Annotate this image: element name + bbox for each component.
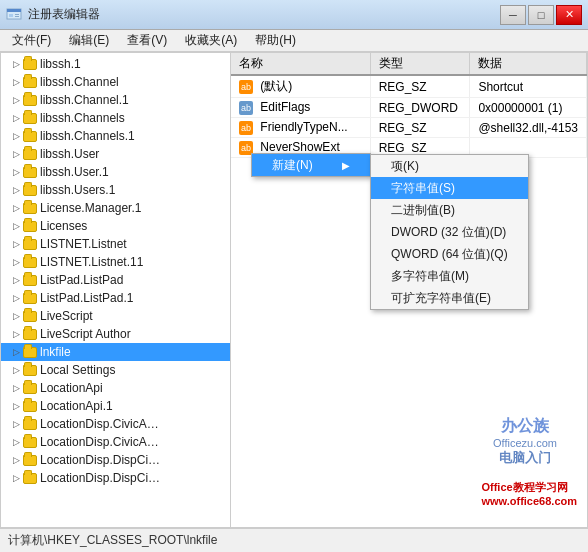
expand-arrow: ▷ xyxy=(11,113,21,123)
folder-icon xyxy=(23,365,37,376)
tree-panel[interactable]: ▷ libssh.1 ▷ libssh.Channel ▷ libssh.Cha… xyxy=(1,53,231,527)
tree-item-label: libssh.User.1 xyxy=(40,165,109,179)
tree-item-livescript[interactable]: ▷ LiveScript xyxy=(1,307,230,325)
menu-view[interactable]: 查看(V) xyxy=(119,30,175,51)
tree-item-listpad[interactable]: ▷ ListPad.ListPad xyxy=(1,271,230,289)
tree-item-label: libssh.Channels.1 xyxy=(40,129,135,143)
expand-arrow: ▷ xyxy=(11,149,21,159)
tree-item-libssh-channel1[interactable]: ▷ libssh.Channel.1 xyxy=(1,91,230,109)
tree-item-license-manager[interactable]: ▷ License.Manager.1 xyxy=(1,199,230,217)
tree-item-locationapi1[interactable]: ▷ LocationApi.1 xyxy=(1,397,230,415)
expand-arrow: ▷ xyxy=(11,59,21,69)
row-name: ab FriendlyTypeN... xyxy=(231,118,370,138)
main-content: ▷ libssh.1 ▷ libssh.Channel ▷ libssh.Cha… xyxy=(0,52,588,528)
tree-item-label: libssh.Channel.1 xyxy=(40,93,129,107)
expand-arrow: ▷ xyxy=(11,329,21,339)
col-type[interactable]: 类型 xyxy=(370,53,470,75)
table-row[interactable]: ab FriendlyTypeN... REG_SZ @shell32.dll,… xyxy=(231,118,587,138)
row-type: REG_SZ xyxy=(370,118,470,138)
menu-file[interactable]: 文件(F) xyxy=(4,30,59,51)
col-name[interactable]: 名称 xyxy=(231,53,370,75)
tree-item-label: LiveScript xyxy=(40,309,93,323)
folder-icon xyxy=(23,347,37,358)
tree-item-listpad1[interactable]: ▷ ListPad.ListPad.1 xyxy=(1,289,230,307)
tree-item-label: libssh.Users.1 xyxy=(40,183,115,197)
submenu-item-dword32[interactable]: DWORD (32 位值)(D) xyxy=(371,221,528,243)
tree-item-locationapi[interactable]: ▷ LocationApi xyxy=(1,379,230,397)
tree-item-libssh-users1[interactable]: ▷ libssh.Users.1 xyxy=(1,181,230,199)
submenu-item-binary[interactable]: 二进制值(B) xyxy=(371,199,528,221)
folder-icon xyxy=(23,473,37,484)
folder-icon xyxy=(23,311,37,322)
context-menu-new[interactable]: 新建(N) ▶ 项(K) 字符串值(S) 二进制值(B) DWORD (32 位… xyxy=(252,154,370,176)
reg-type-icon: ab xyxy=(239,121,253,135)
submenu-item-qword64[interactable]: QWORD (64 位值)(Q) xyxy=(371,243,528,265)
submenu-item-multistring[interactable]: 多字符串值(M) xyxy=(371,265,528,287)
tree-item-libssh-user1[interactable]: ▷ libssh.User.1 xyxy=(1,163,230,181)
row-data: 0x00000001 (1) xyxy=(470,98,587,118)
tree-item-label: libssh.Channel xyxy=(40,75,119,89)
watermark: 办公族 Officezu.com 电脑入门 xyxy=(493,416,557,467)
watermark-line1: 办公族 xyxy=(493,416,557,437)
folder-icon xyxy=(23,185,37,196)
tree-item-locationdisp1[interactable]: ▷ LocationDisp.CivicA… xyxy=(1,415,230,433)
tree-item-libssh-channels[interactable]: ▷ libssh.Channels xyxy=(1,109,230,127)
folder-icon xyxy=(23,113,37,124)
tree-item-locationdisp3[interactable]: ▷ LocationDisp.DispCi… xyxy=(1,451,230,469)
maximize-button[interactable]: □ xyxy=(528,5,554,25)
context-menu-new-label: 新建(N) xyxy=(272,157,313,174)
tree-item-label: LISTNET.Listnet.11 xyxy=(40,255,143,269)
tree-item-local-settings[interactable]: ▷ Local Settings xyxy=(1,361,230,379)
close-button[interactable]: ✕ xyxy=(556,5,582,25)
menu-bar: 文件(F) 编辑(E) 查看(V) 收藏夹(A) 帮助(H) xyxy=(0,30,588,52)
tree-item-listnet[interactable]: ▷ LISTNET.Listnet xyxy=(1,235,230,253)
tree-item-libssh-user[interactable]: ▷ libssh.User xyxy=(1,145,230,163)
expand-arrow: ▷ xyxy=(11,167,21,177)
watermark-line2: Officezu.com xyxy=(493,437,557,449)
folder-icon xyxy=(23,293,37,304)
tree-item-livescript-author[interactable]: ▷ LiveScript Author xyxy=(1,325,230,343)
svg-rect-3 xyxy=(15,14,19,15)
right-panel: 名称 类型 数据 ab (默认) REG_SZ Shortcut ab xyxy=(231,53,587,527)
window-title: 注册表编辑器 xyxy=(28,6,100,23)
expand-arrow: ▷ xyxy=(11,293,21,303)
menu-help[interactable]: 帮助(H) xyxy=(247,30,304,51)
row-type: REG_SZ xyxy=(370,75,470,98)
row-data: @shell32.dll,-4153 xyxy=(470,118,587,138)
tree-item-libssh1[interactable]: ▷ libssh.1 xyxy=(1,55,230,73)
title-bar: 注册表编辑器 ─ □ ✕ xyxy=(0,0,588,30)
submenu-item-expandstring[interactable]: 可扩充字符串值(E) xyxy=(371,287,528,309)
tree-item-libssh-channel[interactable]: ▷ libssh.Channel xyxy=(1,73,230,91)
folder-icon xyxy=(23,239,37,250)
table-row[interactable]: ab (默认) REG_SZ Shortcut xyxy=(231,75,587,98)
tree-item-licenses[interactable]: ▷ Licenses xyxy=(1,217,230,235)
reg-type-icon: ab xyxy=(239,101,253,115)
watermark-bottom2: www.office68.com xyxy=(481,495,577,507)
col-data[interactable]: 数据 xyxy=(470,53,587,75)
menu-favorites[interactable]: 收藏夹(A) xyxy=(177,30,245,51)
row-data: Shortcut xyxy=(470,75,587,98)
tree-item-locationdisp4[interactable]: ▷ LocationDisp.DispCi… xyxy=(1,469,230,487)
tree-item-label: License.Manager.1 xyxy=(40,201,141,215)
submenu-item-key[interactable]: 项(K) xyxy=(371,155,528,177)
tree-item-locationdisp2[interactable]: ▷ LocationDisp.CivicA… xyxy=(1,433,230,451)
minimize-button[interactable]: ─ xyxy=(500,5,526,25)
folder-icon xyxy=(23,149,37,160)
reg-type-icon: ab xyxy=(239,80,253,94)
tree-item-label: LocationDisp.DispCi… xyxy=(40,471,160,485)
table-row[interactable]: ab EditFlags REG_DWORD 0x00000001 (1) xyxy=(231,98,587,118)
svg-rect-4 xyxy=(15,16,19,17)
tree-item-lnkfile[interactable]: ▷ lnkfile xyxy=(1,343,230,361)
tree-item-listnet11[interactable]: ▷ LISTNET.Listnet.11 xyxy=(1,253,230,271)
menu-edit[interactable]: 编辑(E) xyxy=(61,30,117,51)
svg-rect-1 xyxy=(7,9,21,12)
folder-icon xyxy=(23,455,37,466)
expand-arrow: ▷ xyxy=(11,437,21,447)
title-bar-left: 注册表编辑器 xyxy=(6,6,100,23)
expand-arrow: ▷ xyxy=(11,185,21,195)
expand-arrow: ▷ xyxy=(11,257,21,267)
tree-item-libssh-channels1[interactable]: ▷ libssh.Channels.1 xyxy=(1,127,230,145)
folder-icon xyxy=(23,131,37,142)
submenu-item-string[interactable]: 字符串值(S) xyxy=(371,177,528,199)
folder-icon xyxy=(23,167,37,178)
